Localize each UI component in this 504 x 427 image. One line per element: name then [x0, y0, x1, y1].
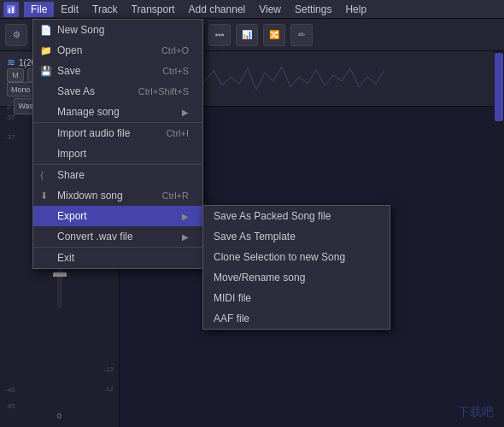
bars-btn[interactable]: ▪▪▪ [208, 24, 231, 46]
menu-convert-wav[interactable]: Convert .wav file ▶ [33, 226, 202, 247]
mixdown-icon: ⬇ [40, 190, 48, 202]
menu-import-audio[interactable]: Import audio file Ctrl+I [33, 122, 202, 143]
svg-rect-0 [7, 5, 15, 14]
menu-new-song[interactable]: 📄 New Song [33, 20, 202, 40]
menu-help[interactable]: Help [338, 2, 373, 17]
new-song-icon: 📄 [40, 25, 52, 36]
mixer-btn[interactable]: 🔀 [263, 24, 285, 46]
app-logo [3, 2, 19, 17]
menu-transport[interactable]: Transport [125, 2, 182, 17]
submenu-midi[interactable]: MIDI file [203, 288, 390, 308]
mute-btn[interactable]: M [7, 68, 24, 82]
pencil-btn[interactable]: ✏ [290, 24, 313, 46]
menu-share[interactable]: ⟨ Share [33, 164, 202, 185]
menu-file[interactable]: File [24, 2, 54, 17]
submenu-aaf[interactable]: AAF file [203, 308, 390, 329]
menu-save[interactable]: 💾 Save Ctrl+S [33, 61, 202, 81]
submenu-template[interactable]: Save As Template [203, 226, 390, 247]
chart-btn[interactable]: 📊 [236, 24, 258, 46]
submenu-packed[interactable]: Save As Packed Song file [203, 206, 390, 226]
menu-export[interactable]: Export ▶ Save As Packed Song file Save A… [33, 206, 202, 226]
menu-add-channel[interactable]: Add channel [182, 2, 253, 17]
menu-track[interactable]: Track [85, 2, 125, 17]
menu-manage-song[interactable]: Manage song ▶ [33, 102, 202, 122]
menubar: File Edit Track Transport Add channel Vi… [0, 0, 504, 19]
vertical-scrollbar[interactable] [494, 51, 504, 427]
menu-open[interactable]: 📁 Open Ctrl+O [33, 40, 202, 61]
submenu-clone[interactable]: Clone Selection to new Song [203, 247, 390, 267]
svg-rect-2 [12, 7, 14, 13]
submenu-move[interactable]: Move/Rename song [203, 267, 390, 288]
menu-exit[interactable]: Exit [33, 247, 202, 268]
file-dropdown-menu: 📄 New Song 📁 Open Ctrl+O 💾 Save Ctrl+S S… [32, 19, 203, 269]
fader-handle[interactable] [53, 272, 67, 277]
menu-mixdown[interactable]: ⬇ Mixdown song Ctrl+R [33, 185, 202, 206]
svg-rect-1 [9, 9, 10, 13]
toolbar-btn-1[interactable]: ⚙ [5, 24, 27, 46]
open-icon: 📁 [40, 45, 52, 56]
menu-settings[interactable]: Settings [288, 2, 338, 17]
save-icon: 💾 [40, 66, 52, 77]
fader-value: 0 [57, 412, 62, 420]
menu-import[interactable]: Import [33, 143, 202, 164]
share-icon: ⟨ [40, 170, 44, 181]
menu-edit[interactable]: Edit [54, 2, 85, 17]
scrollbar-thumb[interactable] [495, 53, 503, 121]
menu-save-as[interactable]: Save As Ctrl+Shift+S [33, 81, 202, 102]
export-submenu: Save As Packed Song file Save As Templat… [202, 205, 390, 330]
menu-view[interactable]: View [252, 2, 288, 17]
